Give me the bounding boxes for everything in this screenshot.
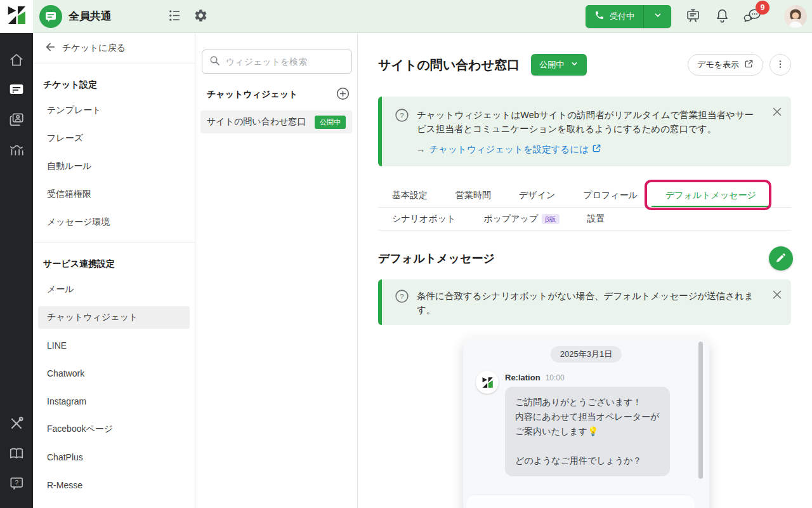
external-link-icon <box>744 59 754 70</box>
workspace-settings-button[interactable] <box>193 8 208 25</box>
sidebar-item-mail[interactable]: メール <box>33 276 195 304</box>
message-sender: Re:lation <box>505 373 540 382</box>
tab-business-hours[interactable]: 営業時間 <box>442 183 505 207</box>
nav-section-ticket-settings: チケット設定 <box>33 64 195 97</box>
announcement-board-button[interactable] <box>685 8 701 25</box>
svg-text:?: ? <box>400 293 403 300</box>
tab-installation[interactable]: 設置 <box>573 208 619 230</box>
more-options-button[interactable] <box>769 54 791 76</box>
tab-default-message[interactable]: デフォルトメッセージ <box>652 183 770 207</box>
intro-info-banner: ? チャットウィジェットはWebサイトの訪問者がリアルタイムで営業担当者やサービ… <box>378 97 791 166</box>
user-avatar[interactable] <box>784 5 807 28</box>
notifications-button[interactable] <box>714 8 730 25</box>
chat-scrollbar[interactable] <box>698 342 703 479</box>
rail-tools-button[interactable] <box>0 410 33 439</box>
add-widget-button[interactable] <box>336 87 350 102</box>
availability-label: 受付中 <box>610 11 634 22</box>
message-line: ご案内いたします💡 <box>515 424 660 439</box>
back-label: チケットに戻る <box>62 43 126 54</box>
beta-badge: β版 <box>542 214 559 224</box>
sidebar-item-message-environment[interactable]: メッセージ環境 <box>33 208 195 236</box>
sidebar-item-auto-rules[interactable]: 自動ルール <box>33 152 195 180</box>
sort-order-button[interactable] <box>167 8 182 25</box>
address-book-icon <box>8 111 25 130</box>
note-banner-close-button[interactable] <box>773 290 782 301</box>
sidebar-item-facebook-page[interactable]: Facebookページ <box>33 415 195 443</box>
external-link-icon <box>592 144 601 155</box>
rail-tickets-button[interactable] <box>0 76 33 105</box>
sidebar-item-phrases[interactable]: フレーズ <box>33 124 195 152</box>
page-title: サイトの問い合わせ窓口 <box>378 57 520 74</box>
topbar: 全員共通 <box>33 0 812 33</box>
widget-item-status-badge: 公開中 <box>315 116 346 129</box>
ticket-chat-icon <box>8 81 25 100</box>
unread-count-badge: 9 <box>756 1 769 15</box>
sidebar-item-chatwork[interactable]: Chatwork <box>33 359 195 387</box>
availability-dropdown-button[interactable] <box>643 5 671 28</box>
svg-text:?: ? <box>15 479 18 486</box>
show-demo-label: デモを表示 <box>697 59 739 70</box>
chat-widget-preview: 2025年3月1日 Re:lation 10:00 <box>463 338 709 508</box>
rail-home-button[interactable] <box>0 46 33 76</box>
kebab-menu-icon <box>775 59 785 71</box>
sort-order-icon <box>167 8 182 25</box>
icon-rail: ? <box>0 33 33 508</box>
search-icon <box>209 55 220 69</box>
sidebar-item-r-messe[interactable]: R-Messe <box>33 471 195 499</box>
availability-split-button: 受付中 <box>586 5 671 28</box>
nav-section-service-integrations: サービス連携設定 <box>33 243 195 276</box>
question-circle-icon: ? <box>395 108 409 137</box>
widget-list-title: チャットウィジェット <box>207 89 298 100</box>
chevron-down-icon <box>570 60 579 70</box>
tab-popup[interactable]: ポップアップβ版 <box>469 208 573 230</box>
widget-list-panel: チャットウィジェット サイトの問い合わせ窓口 公開中 <box>195 33 358 508</box>
analytics-icon <box>8 141 25 160</box>
availability-button[interactable]: 受付中 <box>586 5 643 28</box>
tab-profile[interactable]: プロフィール <box>569 183 652 207</box>
sidebar-item-yahoo[interactable]: Yahoo! <box>33 499 195 508</box>
sidebar-item-inbox-permissions[interactable]: 受信箱権限 <box>33 180 195 208</box>
chevron-down-icon <box>653 11 662 22</box>
rail-help-button[interactable]: ? <box>0 469 33 499</box>
section-title: デフォルトメッセージ <box>378 251 495 266</box>
widget-list-item[interactable]: サイトの問い合わせ窓口 公開中 <box>200 110 352 133</box>
sidebar-item-line[interactable]: LINE <box>33 331 195 359</box>
widget-search-box <box>202 50 352 74</box>
bot-avatar <box>476 371 499 394</box>
sidebar-item-chat-widget[interactable]: チャットウィジェット <box>38 306 190 329</box>
main-content: サイトの問い合わせ窓口 公開中 デモを表示 <box>358 33 812 508</box>
setup-help-link[interactable]: チャットウィジェットを設定するには <box>429 144 602 156</box>
settings-tabs: 基本設定 営業時間 デザイン プロフィール デフォルトメッセージ シナリオボット… <box>378 183 791 231</box>
widget-item-name: サイトの問い合わせ窓口 <box>207 116 306 128</box>
intro-banner-text: チャットウィジェットはWebサイトの訪問者がリアルタイムで営業担当者やサービス担… <box>417 108 759 137</box>
phone-icon <box>594 10 605 22</box>
edit-default-message-button[interactable] <box>769 246 793 271</box>
home-icon <box>8 51 25 70</box>
tab-scenario-bot[interactable]: シナリオボット <box>378 208 469 230</box>
sidebar-item-instagram[interactable]: Instagram <box>33 387 195 415</box>
pencil-icon <box>775 252 787 265</box>
back-to-tickets-link[interactable]: チケットに戻る <box>33 33 195 64</box>
bell-icon <box>714 8 730 25</box>
widget-search-input[interactable] <box>226 57 344 67</box>
rail-analytics-button[interactable] <box>0 135 33 165</box>
rail-guide-button[interactable] <box>0 439 33 469</box>
sidebar-item-template[interactable]: テンプレート <box>33 97 195 124</box>
message-bubble: ご訪問ありがとうございます！ 内容にあわせて担当オペレーターが ご案内いたします… <box>505 387 670 476</box>
show-demo-button[interactable]: デモを表示 <box>688 54 763 76</box>
publish-status-dropdown[interactable]: 公開中 <box>531 54 587 76</box>
message-line: 内容にあわせて担当オペレーターが <box>515 410 660 424</box>
app-root: 全員共通 <box>0 0 812 508</box>
note-info-banner: ? 条件に合致するシナリオボットがない場合、デフォルトメッセージが送信されます。 <box>378 279 791 325</box>
tab-design[interactable]: デザイン <box>505 183 569 207</box>
arrow-left-icon <box>44 41 56 55</box>
message-time: 10:00 <box>546 373 565 382</box>
intro-banner-close-button[interactable] <box>773 107 782 118</box>
tab-basic-settings[interactable]: 基本設定 <box>378 183 442 207</box>
note-banner-text: 条件に合致するシナリオボットがない場合、デフォルトメッセージが送信されます。 <box>417 289 759 318</box>
app-logo[interactable] <box>0 0 33 33</box>
message-line: どのようなご用件でしょうか？ <box>515 453 660 468</box>
message-line: ご訪問ありがとうございます！ <box>515 395 660 410</box>
rail-address-book-button[interactable] <box>0 105 33 135</box>
sidebar-item-chatplus[interactable]: ChatPlus <box>33 443 195 471</box>
